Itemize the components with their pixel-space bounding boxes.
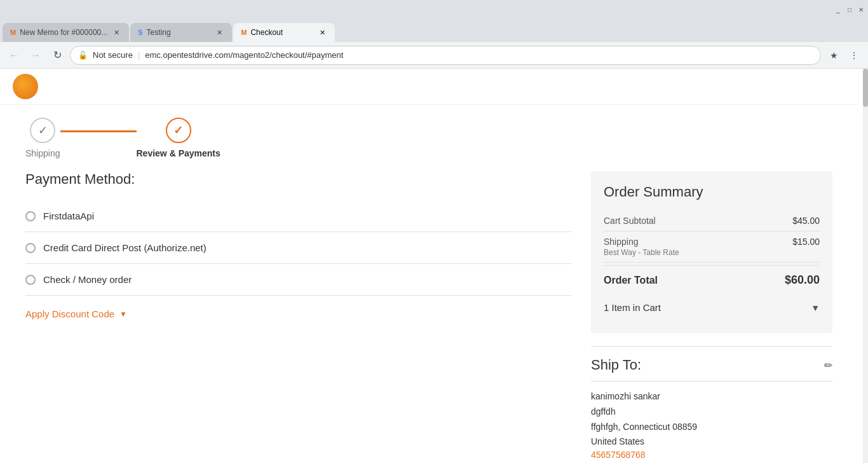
ship-to-section: Ship To: ✏ kanimozhi sankar dgffdh ffghf… [591,346,832,463]
order-summary-box: Order Summary Cart Subtotal $45.00 Shipp… [591,171,832,333]
maximize-button[interactable]: □ [845,5,854,14]
step-payments-label: Review & Payments [137,148,220,158]
edit-icon[interactable]: ✏ [824,359,832,371]
ship-to-title: Ship To: [591,357,641,373]
ship-country: United States [591,434,832,450]
tab-checkout-label: Checkout [250,28,283,37]
ship-address2: ffghfgh, Connecticut 08859 [591,420,832,435]
radio-firstdata[interactable] [25,211,36,221]
order-total-value: $60.00 [785,273,820,287]
step-shipping-label: Shipping [25,148,60,158]
left-panel: Payment Method: FirstdataApi Credit Card… [25,171,572,463]
step-payments: ✓ Review & Payments [137,118,220,158]
shipping-value: $15.00 [792,237,820,247]
payment-label-check: Check / Money order [43,274,132,285]
window-controls: ⎯ □ ✕ [834,5,865,14]
menu-button[interactable]: ⋮ [845,46,863,64]
secure-label: Not secure [93,50,133,60]
shipping-label: Shipping [604,237,679,247]
close-button[interactable]: ✕ [857,5,865,14]
tabs-bar: M New Memo for #000000... ✕ S Testing ✕ … [0,19,868,42]
shipping-row: Shipping Best Way - Table Rate $15.00 [604,232,820,263]
order-total-label: Order Total [604,275,658,286]
s-favicon-icon: S [138,29,142,36]
cart-subtotal-row: Cart Subtotal $45.00 [604,211,820,232]
logo-area [0,69,858,105]
tab-memo-label: New Memo for #000000... [20,28,107,37]
scrollbar-thumb[interactable] [863,69,868,107]
cart-subtotal-value: $45.00 [792,216,820,226]
tab-checkout[interactable]: M Checkout ✕ [233,23,335,42]
checkout-favicon-icon: M [241,29,247,36]
back-button[interactable]: ← [5,46,23,64]
tab-testing[interactable]: S Testing ✕ [130,23,232,42]
tab-memo[interactable]: M New Memo for #000000... ✕ [3,23,129,42]
chevron-down-icon: ▼ [119,310,127,319]
step-connector [60,130,137,132]
cart-items-row[interactable]: 1 Item in Cart ▼ [604,294,820,321]
active-checkmark-icon: ✓ [173,123,183,137]
scrollbar[interactable] [863,69,868,463]
step-shipping: ✓ Shipping [25,118,60,158]
checkmark-icon: ✓ [38,123,48,137]
url-text: emc.opentestdrive.com/magento2/checkout/… [145,50,343,60]
nav-bar: ← → ↻ 🔓 Not secure | emc.opentestdrive.c… [0,42,868,69]
refresh-button[interactable]: ↻ [48,46,66,64]
forward-button[interactable]: → [27,46,44,64]
tab-memo-close[interactable]: ✕ [111,27,121,38]
magento-favicon-icon: M [10,29,16,36]
payment-option-check[interactable]: Check / Money order [25,264,572,296]
right-panel: Order Summary Cart Subtotal $45.00 Shipp… [591,171,832,463]
address-bar[interactable]: 🔓 Not secure | emc.opentestdrive.com/mag… [70,46,821,65]
ship-name: kanimozhi sankar [591,389,832,404]
tab-checkout-close[interactable]: ✕ [317,27,327,38]
ship-address1: dgffdh [591,404,832,420]
order-total-row: Order Total $60.00 [604,265,820,294]
payment-method-title: Payment Method: [25,171,572,188]
bookmark-button[interactable]: ★ [825,46,843,64]
payment-option-creditcard[interactable]: Credit Card Direct Post (Authorize.net) [25,232,572,264]
tab-testing-close[interactable]: ✕ [214,27,224,38]
shipping-sublabel: Best Way - Table Rate [604,248,679,257]
discount-toggle-text: Apply Discount Code [25,308,114,319]
cart-items-chevron-icon: ▼ [811,303,820,313]
radio-check[interactable] [25,275,36,285]
secure-badge: 🔓 [78,51,88,60]
cart-subtotal-label: Cart Subtotal [604,216,656,226]
minimize-button[interactable]: ⎯ [834,5,843,14]
payment-option-firstdata[interactable]: FirstdataApi [25,200,572,232]
cart-items-label: 1 Item in Cart [604,302,661,313]
nav-actions: ★ ⋮ [825,46,863,64]
ship-to-header: Ship To: ✏ [591,357,832,373]
title-bar: ⎯ □ ✕ [0,0,868,19]
page-content: ✓ Shipping ✓ Review & Payments Payment M… [0,69,868,463]
tab-testing-label: Testing [147,28,171,37]
step-payments-circle: ✓ [166,118,191,143]
main-layout: Payment Method: FirstdataApi Credit Card… [0,171,858,463]
ship-phone[interactable]: 45657568768 [591,450,646,460]
ship-to-divider [591,381,832,382]
radio-creditcard[interactable] [25,243,36,253]
site-logo [13,74,38,99]
payment-label-creditcard: Credit Card Direct Post (Authorize.net) [43,242,207,253]
checkout-stepper: ✓ Shipping ✓ Review & Payments [0,105,858,171]
step-shipping-circle: ✓ [30,118,55,143]
order-summary-title: Order Summary [604,184,820,200]
discount-toggle[interactable]: Apply Discount Code ▼ [25,308,572,319]
payment-label-firstdata: FirstdataApi [43,211,94,221]
discount-section: Apply Discount Code ▼ [25,296,572,332]
address-separator: | [138,50,140,60]
